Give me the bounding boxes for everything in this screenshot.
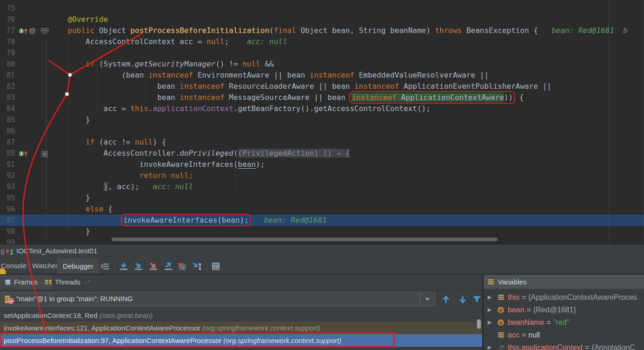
code-line-80: 80 if (System.getSecurityManager() != nu… — [0, 59, 644, 70]
frame-package: (org.springframework.context.support) — [223, 337, 341, 344]
previous-frame-icon[interactable] — [442, 296, 450, 305]
gutter[interactable]: 82 — [0, 81, 50, 92]
line-number: 77 — [7, 25, 15, 36]
gutter[interactable]: 92 — [0, 170, 50, 181]
code-line-79: 79 — [0, 47, 644, 59]
code-text: (bean instanceof EnvironmentAware || bea… — [50, 70, 489, 81]
drop-frame-icon[interactable] — [178, 262, 187, 271]
code-line-76: 76 @Override — [0, 14, 644, 25]
gutter[interactable]: 99 — [0, 237, 50, 244]
session-tab-label[interactable]: IOCTest_Autowired.test01 — [16, 247, 97, 255]
code-text: invokeAwareInterfaces(bean); — [50, 159, 265, 170]
line-number: 75 — [7, 3, 15, 14]
fold-collapse-icon[interactable] — [41, 28, 49, 36]
gutter[interactable]: 77@ — [0, 25, 50, 36]
frames-scrollbar-thumb[interactable] — [477, 319, 481, 329]
variable-row[interactable]: ▶this={ApplicationContextAwareProces — [484, 291, 644, 304]
chevron-down-icon — [425, 297, 430, 301]
overridden-method-icon[interactable] — [19, 27, 29, 36]
code-text: } — [50, 114, 90, 125]
debug-bottom-panels: Frames →" Threads →" "mai — [0, 274, 644, 350]
equals-sign: = — [522, 331, 526, 339]
show-execution-point-icon[interactable] — [100, 262, 110, 271]
thread-selector-combobox[interactable]: "main"@1 in group "main": RUNNING — [1, 292, 435, 306]
variable-row[interactable]: ▶pbean={Red@1681} — [484, 304, 644, 316]
gutter[interactable]: 95 — [0, 192, 50, 204]
gutter[interactable]: 87 — [0, 137, 50, 148]
line-number: 82 — [7, 81, 15, 92]
expand-arrow-icon[interactable]: ▶ — [484, 294, 496, 300]
expand-arrow-icon[interactable]: ▶ — [484, 344, 496, 350]
gutter[interactable]: 85 — [0, 114, 50, 125]
code-editor[interactable]: 7576 @Override77@ public Object postProc… — [0, 0, 644, 244]
code-line-95: 95 } — [0, 192, 644, 204]
watch-field-icon: ƒƒ — [496, 344, 506, 350]
code-line-77: 77@ public Object postProcessBeforeIniti… — [0, 25, 644, 36]
stack-frame-row[interactable]: postProcessBeforeInitialization:97, Appl… — [0, 334, 482, 347]
gutter[interactable]: 80 — [0, 59, 50, 70]
variable-row[interactable]: ▶pbeanName="red" — [484, 316, 644, 329]
gutter[interactable]: 78 — [0, 36, 50, 47]
next-frame-icon[interactable] — [458, 296, 467, 305]
run-to-cursor-icon[interactable] — [193, 262, 202, 271]
variable-row[interactable]: ▶ƒƒthis.applicationContext={AnnotationC — [484, 341, 644, 350]
code-text: @Override — [50, 14, 108, 25]
frame-method: postProcessBeforeInitialization:97, Appl… — [4, 337, 223, 344]
gutter[interactable]: 91 — [0, 159, 50, 170]
stack-frame-row[interactable]: invokeAwareInterfaces:121, ApplicationCo… — [0, 322, 482, 334]
variable-row[interactable]: acc=null — [484, 329, 644, 341]
overridden-method-icon[interactable] — [19, 150, 29, 159]
run-configuration-icon — [6, 247, 14, 258]
gutter[interactable]: 84 — [0, 103, 50, 114]
code-text: } — [50, 192, 90, 204]
gutter[interactable]: 75 — [0, 3, 50, 14]
svg-text:p: p — [499, 319, 502, 325]
step-over-icon[interactable] — [119, 262, 128, 271]
threads-icon — [45, 279, 52, 285]
frames-panel: Frames →" Threads →" "mai — [0, 275, 482, 350]
tab-debugger[interactable]: Debugger — [57, 258, 99, 274]
expand-arrow-icon[interactable]: ▶ — [484, 319, 496, 325]
force-step-into-icon[interactable] — [149, 262, 158, 271]
gutter[interactable]: 96 — [0, 204, 50, 215]
line-number: 83 — [7, 92, 15, 103]
hide-library-frames-filter-icon[interactable] — [472, 296, 481, 305]
debugger-toolbar: Console | Watches Debugger — [0, 258, 644, 274]
gutter[interactable]: 76 — [0, 14, 50, 25]
frame-package: (org.springframework.context.support) — [202, 324, 320, 332]
gutter[interactable]: 97 — [0, 215, 50, 226]
tab-console-watches[interactable]: Console | Watches — [1, 262, 59, 270]
stack-frame-row[interactable]: setApplicationContext:18, Red (com.great… — [0, 309, 482, 322]
gutter[interactable]: 79 — [0, 47, 50, 59]
expand-arrow-icon[interactable]: ▶ — [484, 307, 496, 313]
gutter[interactable]: 86 — [0, 125, 50, 137]
parameter-icon: p — [496, 306, 506, 314]
gutter[interactable]: 98 — [0, 226, 50, 237]
code-line-91: 91 invokeAwareInterfaces(bean); — [0, 159, 644, 170]
step-into-icon[interactable] — [134, 262, 143, 271]
variable-name: this.applicationContext — [508, 343, 583, 350]
variable-value: {ApplicationContextAwareProces — [528, 293, 637, 302]
evaluate-expression-icon[interactable] — [211, 262, 220, 271]
annotation-box: instanceof ApplicationContextAware)) — [350, 92, 514, 103]
gutter[interactable]: 88 — [0, 148, 50, 159]
step-out-icon[interactable] — [164, 262, 173, 271]
code-line-96: 96 else { — [0, 204, 644, 215]
horizontal-scrollbar[interactable] — [112, 238, 498, 241]
fold-expand-icon[interactable] — [42, 151, 48, 159]
variable-value: null — [528, 331, 540, 339]
toolbar-separator — [114, 262, 115, 271]
tab-threads[interactable]: Threads →" — [40, 275, 95, 289]
gutter[interactable]: 93 — [0, 181, 50, 192]
code-line-75: 75 — [0, 3, 644, 14]
code-text: } — [50, 226, 90, 237]
gutter[interactable]: 83 — [0, 92, 50, 103]
line-number: 87 — [7, 137, 15, 148]
code-line-84: 84 acc = this.applicationContext.getBean… — [0, 103, 644, 114]
variable-name: bean — [508, 306, 524, 314]
gutter[interactable]: 81 — [0, 70, 50, 81]
code-text: bean instanceof MessageSourceAware || be… — [50, 92, 524, 103]
combobox-chevron-button[interactable] — [419, 293, 435, 306]
code-line-87: 87 if (acc != null) { — [0, 137, 644, 148]
variable-value: {AnnotationC — [591, 343, 635, 350]
